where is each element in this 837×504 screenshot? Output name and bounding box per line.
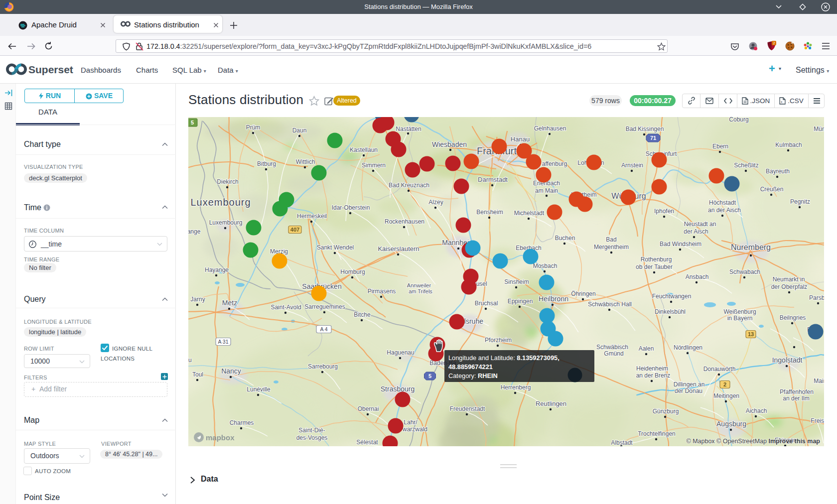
svg-text:des-Vosges: des-Vosges	[296, 434, 328, 441]
svg-text:Saint-Dié-: Saint-Dié-	[298, 427, 325, 434]
svg-text:Idar-Oberstein: Idar-Oberstein	[332, 204, 370, 211]
svg-text:Annweiler: Annweiler	[407, 282, 431, 288]
svg-text:Schwabach: Schwabach	[729, 268, 760, 275]
svg-text:Luxembourg: Luxembourg	[190, 197, 251, 208]
svg-text:an der Ilm: an der Ilm	[783, 395, 809, 402]
svg-text:mapbox: mapbox	[206, 433, 235, 442]
svg-text:Heidenheim: Heidenheim	[636, 365, 668, 372]
svg-text:Günzburg: Günzburg	[653, 408, 679, 415]
svg-text:Augsburg: Augsburg	[716, 420, 746, 428]
svg-text:Freudenstadt: Freudenstadt	[450, 405, 485, 412]
svg-text:Creußen: Creußen	[760, 186, 784, 193]
svg-text:Wittlich: Wittlich	[296, 158, 315, 165]
svg-text:Sankt Wendel: Sankt Wendel	[317, 244, 354, 251]
svg-text:Mair: Mair	[814, 378, 824, 384]
svg-text:x: x	[781, 100, 783, 104]
svg-text:Metz: Metz	[222, 299, 237, 307]
svg-text:Bruchsal: Bruchsal	[475, 300, 498, 307]
svg-text:Bad Kissingen: Bad Kissingen	[626, 126, 664, 132]
svg-text:Neustadt an: Neustadt an	[684, 221, 716, 228]
svg-text:Buchen: Buchen	[555, 235, 575, 242]
svg-text:Strasbourg: Strasbourg	[381, 385, 415, 393]
svg-text:Category: RHEIN: Category: RHEIN	[448, 372, 498, 379]
svg-text:Nancy: Nancy	[221, 367, 241, 375]
svg-text:Daun: Daun	[292, 127, 307, 134]
svg-text:Öhringen: Öhringen	[571, 290, 595, 297]
svg-text:Donauwörth: Donauwörth	[703, 366, 736, 373]
svg-text:Sarrebourg: Sarrebourg	[308, 363, 338, 370]
svg-text:Bad Kreuznach: Bad Kreuznach	[389, 182, 429, 189]
svg-text:am Trifels: am Trifels	[409, 288, 432, 294]
svg-text:Albstadt: Albstadt	[611, 439, 633, 446]
svg-text:Alzey: Alzey	[428, 199, 443, 206]
svg-text:Nastätten: Nastätten	[396, 126, 421, 132]
svg-text:der Oberpfalz: der Oberpfalz	[771, 283, 808, 290]
svg-text:Prüm: Prüm	[246, 124, 261, 131]
svg-text:Heilbronn: Heilbronn	[539, 295, 568, 303]
svg-text:Homburg: Homburg	[340, 268, 365, 275]
svg-text:Longitude and Latitude: 8.1359: Longitude and Latitude: 8.1359273095,	[448, 354, 559, 362]
svg-text:Bitche: Bitche	[354, 311, 371, 318]
svg-text:Meitingen: Meitingen	[713, 392, 739, 399]
svg-text:Obernai: Obernai	[358, 405, 379, 412]
svg-text:Freisi: Freisi	[811, 417, 824, 424]
svg-text:Feuchtwangen: Feuchtwangen	[652, 293, 692, 300]
svg-text:Mergentheim: Mergentheim	[594, 244, 629, 251]
svg-text:Nördlingen: Nördlingen	[674, 344, 702, 351]
svg-text:Sélestat: Sélestat	[356, 439, 378, 446]
svg-text:5: 5	[191, 120, 194, 126]
svg-text:Darmstadt: Darmstadt	[478, 176, 508, 183]
svg-text:Charmes: Charmes	[230, 419, 254, 426]
svg-text:A 4: A 4	[320, 326, 327, 332]
svg-text:Nuremberg: Nuremberg	[731, 243, 771, 252]
svg-text:Saint-Avold: Saint-Avold	[271, 304, 301, 311]
svg-text:Pegnitz: Pegnitz	[790, 198, 810, 205]
svg-text:2: 2	[723, 381, 726, 387]
svg-text:ob der Tauber: ob der Tauber	[636, 263, 673, 270]
svg-text:der Donau: der Donau	[675, 387, 702, 394]
svg-text:Beilngries: Beilngries	[780, 314, 806, 321]
svg-text:Mosbach: Mosbach	[533, 262, 558, 269]
svg-text:Lunéville: Lunéville	[247, 386, 271, 393]
svg-text:Sinsheim: Sinsheim	[504, 278, 529, 285]
svg-text:© Mapbox © OpenStreetMap Impro: © Mapbox © OpenStreetMap Improve this ma…	[686, 438, 820, 445]
svg-text:Pirmasens: Pirmasens	[368, 288, 396, 295]
svg-text:Simmern: Simmern	[362, 162, 386, 169]
svg-text:5: 5	[428, 373, 431, 379]
svg-text:Arnstein: Arnstein	[621, 162, 643, 169]
svg-text:Bad: Bad	[606, 236, 616, 243]
svg-text:Schwäbisch: Schwäbisch	[596, 344, 628, 351]
svg-text:Wiesbaden: Wiesbaden	[432, 140, 467, 148]
svg-text:Luxembourg: Luxembourg	[209, 219, 243, 226]
svg-text:Bad Windsheim: Bad Windsheim	[660, 241, 701, 248]
svg-text:an der Aisch: an der Aisch	[708, 207, 741, 214]
svg-text:Münc: Münc	[814, 126, 824, 132]
svg-text:Dinkelsbühl: Dinkelsbühl	[655, 308, 686, 315]
svg-text:Hermeskeil: Hermeskeil	[297, 213, 327, 220]
svg-text:Michelstadt: Michelstadt	[514, 210, 545, 217]
svg-text:affenburg: affenburg	[542, 160, 567, 167]
svg-text:Scheßlitz: Scheßlitz	[734, 162, 758, 169]
svg-text:A 31: A 31	[218, 339, 228, 345]
svg-text:Kastellaun: Kastellaun	[350, 146, 378, 153]
svg-text:Herrenberg: Herrenberg	[501, 384, 531, 391]
svg-text:Lahr/: Lahr/	[404, 419, 418, 426]
svg-text:Gmünd: Gmünd	[604, 350, 623, 357]
svg-text:Ingolstadt: Ingolstadt	[772, 356, 803, 364]
svg-text:48.8859674221: 48.8859674221	[448, 363, 493, 371]
svg-text:Parsbe: Parsbe	[809, 294, 824, 301]
svg-text:Aichach: Aichach	[746, 407, 767, 414]
svg-text:Toul: Toul	[192, 371, 203, 378]
svg-text:Aalen: Aalen	[639, 345, 654, 352]
svg-text:2: 2	[773, 41, 775, 45]
svg-text:71: 71	[650, 135, 656, 141]
svg-text:warzwald: warzwald	[402, 426, 427, 433]
svg-text:Weißenburg: Weißenburg	[723, 308, 756, 315]
svg-text:Pforzheim: Pforzheim	[485, 337, 512, 344]
svg-text:Trochtelfingen: Trochtelfingen	[638, 430, 676, 437]
svg-text:Hayange: Hayange	[205, 266, 229, 273]
svg-text:Hanau: Hanau	[511, 135, 530, 143]
svg-text:Coburg: Coburg	[729, 117, 748, 123]
svg-text:13: 13	[748, 331, 754, 337]
svg-text:Sarreguemines: Sarreguemines	[304, 303, 345, 310]
